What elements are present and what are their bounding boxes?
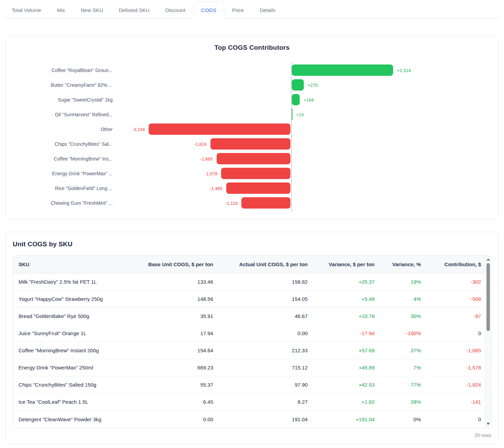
actual-cell: 0.00 — [213, 330, 308, 336]
table-row: Juice "SunnyFruit" Orange 1L17.940.00-17… — [13, 325, 485, 342]
chart-value-label: +10 — [296, 112, 304, 117]
base-cell: 35.91 — [132, 313, 213, 319]
actual-cell: 158.82 — [213, 279, 308, 285]
actual-cell: 46.67 — [213, 313, 308, 319]
chart-value-label: +184 — [303, 97, 313, 102]
data-table: SKUBase Unit COGS, $ per tonActual Unit … — [13, 255, 491, 428]
variance_pct-cell: 37% — [375, 347, 421, 353]
sku-cell: Milk "FreshDairy" 2.5% fat PET 1L — [19, 279, 132, 285]
contribution-cell: 0 — [421, 330, 481, 336]
base-cell: 148.56 — [132, 296, 213, 302]
variance_usd-cell: +25.37 — [308, 279, 375, 285]
chart-category-label: Energy Drink "PowerMax" ... — [5, 171, 119, 176]
column-header: Variance, $ per ton — [308, 261, 375, 267]
table-row: Coffee "MorningBrew" Instant 200g154.642… — [13, 342, 485, 359]
base-cell: 154.64 — [132, 347, 213, 353]
scrollbar-down-arrow-icon[interactable] — [485, 421, 491, 427]
chart-bar[interactable] — [292, 109, 293, 120]
column-header: Actual Unit COGS, $ per ton — [213, 261, 308, 267]
chart-value-label: -1,118 — [225, 200, 238, 205]
chart-value-label: +275 — [308, 82, 318, 87]
table-body: Milk "FreshDairy" 2.5% fat PET 1L133.461… — [13, 273, 485, 428]
chart-category-label: Sugar "SweetCrystal" 1kg — [5, 97, 119, 103]
variance_pct-cell: 7% — [375, 365, 421, 370]
bar-chart: Coffee "RoyalBean" Groun...+2,314Butter … — [5, 63, 499, 210]
tab-mix[interactable]: Mix — [49, 1, 73, 18]
table-row: Ice Tea "CoolLeaf" Peach 1.5L6.458.27+1.… — [13, 393, 485, 411]
chart-plot-area: -1,824 — [119, 137, 499, 151]
chart-bar[interactable] — [149, 123, 290, 135]
chart-category-label: Butter "CreamyFarm" 82% ... — [5, 82, 119, 88]
chart-plot-area: -1,578 — [119, 166, 499, 181]
chart-bar[interactable] — [210, 138, 290, 150]
variance_usd-cell: +10.76 — [308, 313, 375, 319]
variance_pct-cell: 28% — [375, 399, 421, 405]
actual-cell: 212.33 — [213, 347, 308, 353]
tab-new-sku[interactable]: New SKU — [73, 1, 111, 18]
tab-cogs[interactable]: COGS — [193, 1, 224, 19]
table-row: Chips "CrunchyBites" Salted 150g55.3797.… — [13, 376, 485, 393]
chart-plot-area: +2,314 — [119, 63, 499, 78]
tab-details[interactable]: Details — [252, 1, 283, 18]
contribution-cell: -97 — [421, 313, 481, 319]
chart-bar[interactable] — [221, 168, 290, 179]
variance_usd-cell: +42.53 — [308, 382, 375, 388]
variance_pct-cell: -100% — [375, 330, 421, 336]
chart-card: Top COGS Contributors Coffee "RoyalBean"… — [5, 35, 499, 220]
chart-bar[interactable] — [241, 197, 290, 209]
chart-row: Chewing Gum "FreshMint" ...-1,118 — [5, 196, 499, 210]
tab-discount[interactable]: Discount — [157, 1, 193, 18]
contribution-cell: -508 — [421, 296, 481, 302]
sku-cell: Energy Drink "PowerMax" 250ml — [19, 365, 132, 370]
chart-bar[interactable] — [226, 182, 290, 194]
chart-bar[interactable] — [292, 94, 300, 105]
tab-total-volume[interactable]: Total Volume — [4, 1, 49, 18]
variance_usd-cell: -17.94 — [308, 330, 375, 336]
chart-row: Other-3,234 — [5, 122, 499, 137]
chart-row: Sugar "SweetCrystal" 1kg+184 — [5, 92, 499, 107]
chart-plot-area: +184 — [119, 92, 499, 107]
chart-value-label: -1,685 — [200, 156, 213, 161]
column-header: Variance, % — [375, 261, 421, 267]
contribution-cell: -1,824 — [421, 382, 481, 388]
sku-cell: Yogurt "HappyCow" Strawberry 250g — [19, 296, 132, 302]
base-cell: 6.45 — [132, 399, 213, 405]
variance_usd-cell: +5.49 — [308, 296, 375, 302]
sku-cell: Ice Tea "CoolLeaf" Peach 1.5L — [19, 399, 132, 405]
variance_usd-cell: +45.89 — [308, 365, 375, 370]
tab-price[interactable]: Price — [224, 1, 252, 18]
actual-cell: 8.27 — [213, 399, 308, 405]
chart-value-label: -1,578 — [205, 171, 218, 176]
table-row: Milk "FreshDairy" 2.5% fat PET 1L133.461… — [13, 273, 485, 291]
chart-value-label: -3,234 — [132, 127, 145, 132]
column-header: SKU — [19, 261, 132, 267]
table-scrollbar[interactable] — [485, 256, 491, 428]
table-title: Unit COGS by SKU — [13, 240, 491, 248]
base-cell: 0.00 — [132, 416, 213, 422]
table-header-row: SKUBase Unit COGS, $ per tonActual Unit … — [13, 256, 485, 273]
actual-cell: 97.90 — [213, 382, 308, 388]
table-row: Bread "GoldenBake" Rye 500g35.9146.67+10… — [13, 308, 485, 325]
variance_pct-cell: 0% — [375, 416, 421, 422]
table-row: Detergent "CleanWave" Powder 3kg0.00191.… — [13, 411, 485, 428]
variance_usd-cell: +191.04 — [308, 416, 375, 422]
chart-category-label: Rice "GoldenField" Long ... — [5, 186, 119, 191]
chart-title: Top COGS Contributors — [5, 43, 499, 52]
table-row: Yogurt "HappyCow" Strawberry 250g148.561… — [13, 291, 485, 308]
chart-plot-area: -1,685 — [119, 151, 499, 166]
tab-delisted-sku[interactable]: Delisted SKU — [111, 1, 157, 18]
scrollbar-up-arrow-icon[interactable] — [485, 257, 491, 262]
contribution-cell: -1,578 — [421, 365, 481, 370]
contribution-cell: -141 — [421, 399, 481, 405]
chart-category-label: Other — [5, 127, 119, 132]
scrollbar-thumb[interactable] — [486, 263, 490, 331]
chart-bar[interactable] — [292, 79, 304, 91]
chart-bar[interactable] — [217, 153, 290, 164]
chart-row: Coffee "RoyalBean" Groun...+2,314 — [5, 63, 499, 78]
chart-value-label: -1,465 — [210, 186, 222, 191]
sku-cell: Juice "SunnyFruit" Orange 1L — [19, 330, 132, 336]
chart-category-label: Oil "SunHarvest" Refined... — [5, 112, 119, 117]
chart-value-label: -1,824 — [194, 141, 207, 146]
chart-plot-area: -1,465 — [119, 181, 499, 196]
chart-bar[interactable] — [292, 64, 393, 76]
